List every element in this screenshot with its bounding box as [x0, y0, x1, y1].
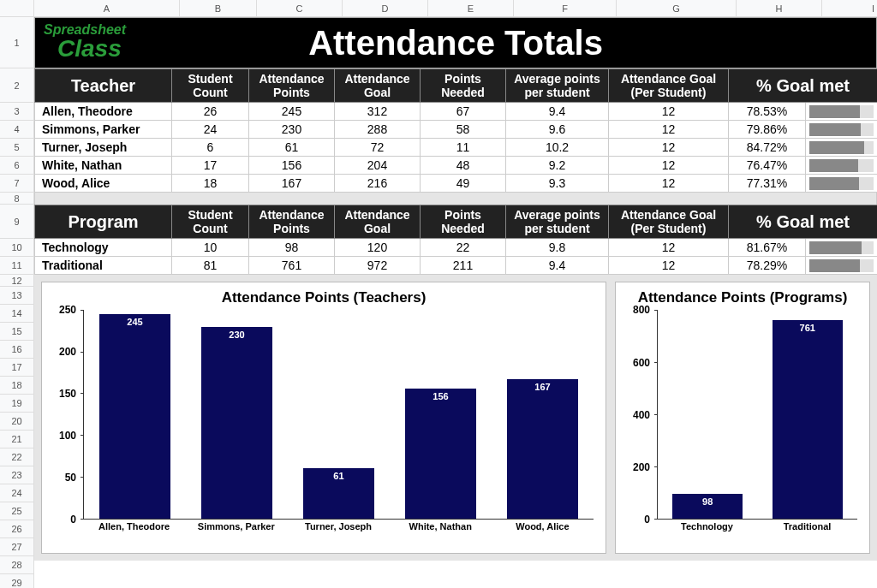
- row-header[interactable]: 26: [0, 520, 34, 538]
- row-header[interactable]: 24: [0, 484, 34, 502]
- row-header[interactable]: 15: [0, 323, 34, 341]
- row-header[interactable]: 20: [0, 413, 34, 431]
- row-header[interactable]: 10: [0, 239, 34, 257]
- cell[interactable]: 76.47%: [729, 157, 806, 175]
- row-header[interactable]: 28: [0, 556, 34, 574]
- col-header[interactable]: C: [257, 0, 343, 16]
- table-row[interactable]: Technology1098120229.81281.67%: [35, 239, 878, 257]
- cell[interactable]: 61: [249, 139, 335, 157]
- cell[interactable]: 81.67%: [729, 239, 806, 257]
- cell[interactable]: 17: [172, 157, 249, 175]
- row-header[interactable]: 5: [0, 139, 34, 157]
- cell[interactable]: 78.53%: [729, 103, 806, 121]
- cell[interactable]: 230: [249, 121, 335, 139]
- cell[interactable]: 211: [421, 257, 506, 275]
- cell[interactable]: 156: [249, 157, 335, 175]
- cell[interactable]: 58: [421, 121, 506, 139]
- cell[interactable]: Turner, Joseph: [35, 139, 172, 157]
- row-header[interactable]: 19: [0, 395, 34, 413]
- cell[interactable]: 49: [421, 175, 506, 193]
- cell[interactable]: 12: [609, 175, 729, 193]
- cell[interactable]: 26: [172, 103, 249, 121]
- cell[interactable]: 12: [609, 121, 729, 139]
- cell[interactable]: 10: [172, 239, 249, 257]
- table-row[interactable]: White, Nathan17156204489.21276.47%: [35, 157, 878, 175]
- cell[interactable]: 48: [421, 157, 506, 175]
- row-header[interactable]: 17: [0, 359, 34, 377]
- col-header[interactable]: I: [822, 0, 877, 16]
- row-header[interactable]: 14: [0, 305, 34, 323]
- cell[interactable]: Allen, Theodore: [35, 103, 172, 121]
- cell[interactable]: 12: [609, 239, 729, 257]
- row-header[interactable]: 7: [0, 175, 34, 193]
- cell[interactable]: 9.8: [506, 239, 609, 257]
- col-header[interactable]: A: [34, 0, 180, 16]
- table-row[interactable]: Simmons, Parker24230288589.61279.86%: [35, 121, 878, 139]
- table-row[interactable]: Wood, Alice18167216499.31277.31%: [35, 175, 878, 193]
- col-header[interactable]: F: [514, 0, 617, 16]
- row-header[interactable]: 21: [0, 431, 34, 448]
- cell[interactable]: 972: [335, 257, 421, 275]
- row-header[interactable]: 16: [0, 341, 34, 359]
- row-header[interactable]: 25: [0, 502, 34, 520]
- row-header[interactable]: 2: [0, 68, 34, 103]
- row-header[interactable]: 1: [0, 17, 34, 68]
- cell[interactable]: 77.31%: [729, 175, 806, 193]
- cell[interactable]: 6: [172, 139, 249, 157]
- cell[interactable]: 24: [172, 121, 249, 139]
- row-header[interactable]: 12: [0, 275, 34, 287]
- cell[interactable]: 12: [609, 103, 729, 121]
- cell[interactable]: 9.3: [506, 175, 609, 193]
- cell[interactable]: 22: [421, 239, 506, 257]
- row-header[interactable]: 18: [0, 377, 34, 395]
- cell[interactable]: 79.86%: [729, 121, 806, 139]
- cell[interactable]: 216: [335, 175, 421, 193]
- cell[interactable]: Technology: [35, 239, 172, 257]
- cell[interactable]: 11: [421, 139, 506, 157]
- col-header[interactable]: B: [180, 0, 257, 16]
- cell[interactable]: Simmons, Parker: [35, 121, 172, 139]
- cell[interactable]: 245: [249, 103, 335, 121]
- cell[interactable]: 204: [335, 157, 421, 175]
- col-header[interactable]: H: [737, 0, 822, 16]
- row-header[interactable]: 22: [0, 448, 34, 466]
- col-header[interactable]: D: [343, 0, 428, 16]
- row-header[interactable]: 29: [0, 574, 34, 588]
- table-row[interactable]: Allen, Theodore26245312679.41278.53%: [35, 103, 878, 121]
- cell[interactable]: 12: [609, 257, 729, 275]
- col-header[interactable]: G: [617, 0, 737, 16]
- table-row[interactable]: Turner, Joseph661721110.21284.72%: [35, 139, 878, 157]
- cell[interactable]: 78.29%: [729, 257, 806, 275]
- cell[interactable]: 9.4: [506, 103, 609, 121]
- cell[interactable]: White, Nathan: [35, 157, 172, 175]
- cell[interactable]: 67: [421, 103, 506, 121]
- cell[interactable]: Wood, Alice: [35, 175, 172, 193]
- cell[interactable]: 761: [249, 257, 335, 275]
- row-header[interactable]: 9: [0, 205, 34, 239]
- row-header[interactable]: 27: [0, 538, 34, 556]
- cell[interactable]: 9.4: [506, 257, 609, 275]
- row-header[interactable]: 8: [0, 193, 34, 205]
- cell[interactable]: 12: [609, 157, 729, 175]
- row-header[interactable]: 13: [0, 287, 34, 305]
- cell[interactable]: 9.6: [506, 121, 609, 139]
- cell[interactable]: 10.2: [506, 139, 609, 157]
- cell[interactable]: 9.2: [506, 157, 609, 175]
- cell[interactable]: 81: [172, 257, 249, 275]
- cell[interactable]: 72: [335, 139, 421, 157]
- cell[interactable]: 120: [335, 239, 421, 257]
- cell[interactable]: Traditional: [35, 257, 172, 275]
- row-header[interactable]: 3: [0, 103, 34, 121]
- table-row[interactable]: Traditional817619722119.41278.29%: [35, 257, 878, 275]
- row-header[interactable]: 11: [0, 257, 34, 275]
- row-header[interactable]: 4: [0, 121, 34, 139]
- cell[interactable]: 288: [335, 121, 421, 139]
- cell[interactable]: 12: [609, 139, 729, 157]
- col-header[interactable]: E: [428, 0, 514, 16]
- cell[interactable]: 18: [172, 175, 249, 193]
- cell[interactable]: 167: [249, 175, 335, 193]
- row-header[interactable]: 23: [0, 466, 34, 484]
- cell[interactable]: 84.72%: [729, 139, 806, 157]
- row-header[interactable]: 6: [0, 157, 34, 175]
- cell[interactable]: 98: [249, 239, 335, 257]
